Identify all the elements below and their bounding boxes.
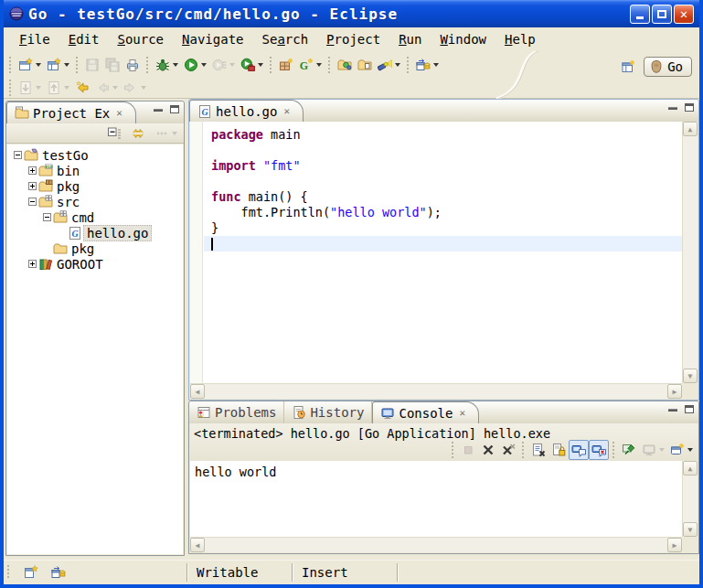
console-output-area[interactable]: hello world ▲ ▼ ◀ ▶	[190, 461, 698, 552]
tab-history[interactable]: History	[284, 401, 372, 423]
clear-console-button[interactable]	[528, 440, 549, 460]
editor-horizontal-scrollbar[interactable]: ◀ ▶	[190, 383, 682, 399]
last-edit-icon	[75, 80, 90, 95]
tree-item-cmd[interactable]: cmd	[7, 209, 183, 225]
menu-window[interactable]: Window	[431, 30, 495, 48]
forward-arrow-icon	[123, 80, 138, 95]
tree-item-label: cmd	[69, 210, 97, 225]
run-button[interactable]	[181, 54, 209, 76]
collapse-icon[interactable]	[13, 151, 23, 159]
tree-item-label: bin	[54, 164, 82, 178]
last-edit-location-button[interactable]	[72, 77, 92, 99]
scroll-down-button[interactable]: ▼	[683, 369, 698, 383]
external-tools-button[interactable]	[238, 54, 266, 76]
dropdown-arrow-icon	[173, 63, 178, 67]
tree-item-bin[interactable]: 010bin	[7, 163, 183, 178]
expand-icon[interactable]	[27, 182, 37, 190]
scroll-left-button[interactable]: ◀	[190, 538, 205, 552]
scroll-left-button[interactable]: ◀	[190, 384, 205, 399]
perspective-label: Go	[667, 59, 683, 74]
menu-source[interactable]: Source	[109, 30, 172, 48]
code-content[interactable]: package mainimport "fmt"func main() { fm…	[204, 122, 682, 383]
open-resource-icon	[357, 58, 372, 72]
tab-hello-go[interactable]: G hello.go ✕	[189, 100, 304, 122]
restore-trim-button[interactable]	[48, 561, 69, 583]
restore-trim-button[interactable]	[413, 54, 442, 76]
print-button[interactable]	[122, 54, 143, 76]
close-view-icon[interactable]: ✕	[116, 107, 122, 119]
scroll-up-button[interactable]: ▲	[683, 461, 698, 476]
open-console-button[interactable]	[667, 440, 696, 460]
open-perspective-button[interactable]	[618, 56, 638, 78]
remove-all-terminated-button[interactable]	[498, 440, 518, 460]
token-plain: main	[263, 127, 301, 142]
maximize-button[interactable]	[652, 5, 672, 24]
close-editor-icon[interactable]: ✕	[283, 105, 290, 117]
tree-item-pkg[interactable]: pkg	[7, 178, 183, 194]
tab-project-explorer[interactable]: Project Ex ✕	[6, 102, 136, 123]
show-stdout-when-changed-button[interactable]	[569, 440, 589, 460]
menu-run[interactable]: Run	[390, 30, 430, 48]
new-view-button[interactable]	[44, 54, 72, 76]
code-editor[interactable]: package mainimport "fmt"func main() { fm…	[190, 122, 698, 399]
open-type-button[interactable]	[335, 54, 355, 76]
new-package-button[interactable]	[276, 54, 296, 76]
show-stderr-when-changed-button[interactable]	[589, 440, 609, 460]
link-with-editor-button[interactable]	[128, 123, 148, 144]
scroll-down-button[interactable]: ▼	[683, 522, 698, 537]
workbench: Project Ex ✕ testGo010binpkgsrccmdGhello…	[4, 99, 699, 560]
maximize-editor-button[interactable]	[685, 103, 694, 112]
maximize-view-button[interactable]	[170, 105, 179, 113]
menu-help[interactable]: Help	[496, 30, 544, 48]
new-wizard-button[interactable]	[16, 54, 44, 76]
tree-item-src[interactable]: src	[7, 194, 183, 209]
view-menu-button	[152, 123, 180, 144]
tab-problems[interactable]: Problems	[189, 401, 284, 423]
menu-edit[interactable]: Edit	[60, 30, 108, 48]
console-vertical-scrollbar[interactable]: ▲ ▼	[682, 461, 698, 537]
show-as-fast-view-button[interactable]	[21, 561, 41, 583]
debug-button[interactable]	[153, 54, 181, 76]
maximize-console-button[interactable]	[685, 405, 694, 413]
minimize-view-button[interactable]	[154, 109, 163, 112]
scroll-right-button[interactable]: ▶	[667, 384, 682, 399]
collapse-icon[interactable]	[42, 213, 52, 221]
scroll-right-button[interactable]: ▶	[667, 538, 682, 552]
scroll-lock-button[interactable]	[549, 440, 569, 460]
tree-item-hello-go[interactable]: Ghello.go	[7, 225, 183, 241]
go-file-icon: G	[197, 104, 212, 119]
text-cursor	[211, 238, 213, 251]
new-class-button[interactable]: G	[296, 54, 325, 76]
tree-item-goroot[interactable]: GOROOT	[7, 256, 183, 272]
tree-item-testgo[interactable]: testGo	[7, 147, 183, 163]
go-perspective-icon	[649, 59, 664, 74]
console-horizontal-scrollbar[interactable]: ◀ ▶	[190, 537, 682, 552]
menu-navigate[interactable]: Navigate	[174, 30, 251, 48]
minimize-editor-button[interactable]	[668, 107, 677, 110]
expand-icon[interactable]	[27, 166, 37, 175]
minimize-button[interactable]	[630, 5, 650, 24]
search-button[interactable]	[375, 54, 403, 76]
code-line: package main	[204, 127, 682, 143]
collapse-all-button[interactable]	[104, 123, 124, 144]
scroll-up-button[interactable]: ▲	[683, 122, 698, 136]
window-controls: ✕	[630, 5, 694, 24]
minimize-console-button[interactable]	[668, 409, 677, 412]
expand-icon[interactable]	[27, 260, 37, 268]
editor-vertical-scrollbar[interactable]: ▲ ▼	[682, 122, 698, 383]
pin-console-button[interactable]	[619, 440, 639, 460]
forward-button	[121, 77, 149, 99]
perspective-button-go[interactable]: Go	[644, 57, 692, 77]
dropdown-arrow-icon	[141, 86, 146, 90]
close-view-icon[interactable]: ✕	[459, 407, 465, 419]
menu-file[interactable]: File	[11, 30, 59, 48]
open-resource-button[interactable]	[355, 54, 375, 76]
remove-launch-button[interactable]	[478, 440, 498, 460]
scroll-lock-icon	[551, 443, 566, 457]
tab-console[interactable]: Console✕	[372, 401, 479, 423]
close-button[interactable]: ✕	[674, 5, 694, 24]
menu-search[interactable]: Search	[254, 30, 317, 48]
menu-project[interactable]: Project	[318, 30, 389, 48]
collapse-icon[interactable]	[27, 198, 37, 206]
tree-item-pkg[interactable]: pkg	[7, 241, 183, 256]
